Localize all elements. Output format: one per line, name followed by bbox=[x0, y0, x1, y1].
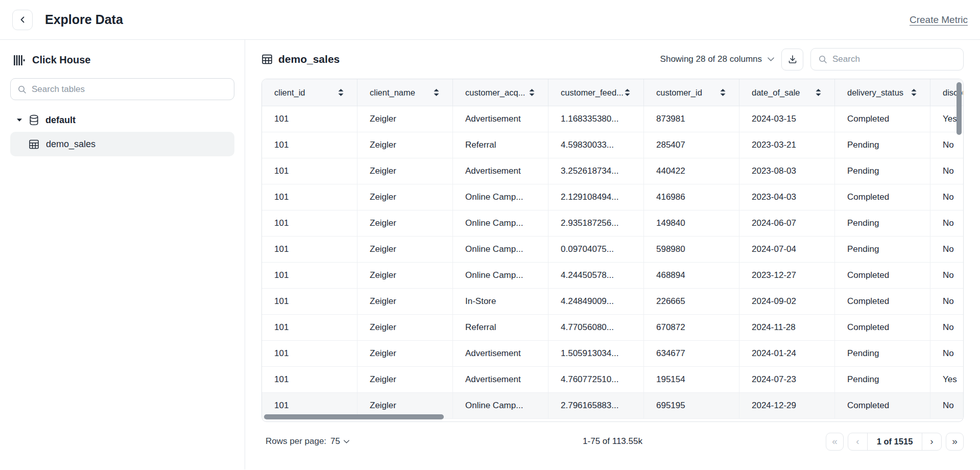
table-row[interactable]: 101ZeiglerOnline Camp...4.24450578...468… bbox=[262, 263, 964, 289]
table-cell: 440422 bbox=[644, 158, 739, 184]
table-cell: 2023-12-27 bbox=[739, 263, 835, 288]
table-cell: Zeigler bbox=[357, 106, 453, 132]
table-cell: 2024-11-28 bbox=[739, 315, 835, 340]
column-header-delivery_status[interactable]: delivery_status bbox=[835, 79, 930, 106]
page-indicator: 1 of 1515 bbox=[867, 433, 922, 450]
table-body: 101ZeiglerAdvertisement1.168335380...873… bbox=[262, 106, 963, 419]
table-cell: 101 bbox=[262, 132, 357, 158]
table-cell: 634677 bbox=[644, 341, 739, 366]
horizontal-scrollbar-thumb[interactable] bbox=[264, 414, 444, 419]
table-search-input[interactable] bbox=[32, 84, 227, 95]
table-cell: 101 bbox=[262, 237, 357, 262]
columns-summary-dropdown[interactable]: Showing 28 of 28 columns bbox=[660, 54, 774, 64]
table-row[interactable]: 101ZeiglerOnline Camp...2.129108494...41… bbox=[262, 184, 964, 210]
sort-icon[interactable] bbox=[338, 89, 344, 96]
create-metric-link[interactable]: Create Metric bbox=[910, 14, 968, 26]
column-header-customer_acq[interactable]: customer_acq... bbox=[453, 79, 548, 106]
table-row[interactable]: 101ZeiglerReferral4.77056080...670872202… bbox=[262, 315, 964, 341]
table-cell: 598980 bbox=[644, 237, 739, 262]
sidebar-item-table-selected[interactable]: demo_sales bbox=[10, 132, 234, 156]
table-cell: Completed bbox=[835, 315, 930, 340]
sort-icon[interactable] bbox=[816, 89, 821, 96]
back-button[interactable] bbox=[12, 10, 33, 30]
table-cell: Zeigler bbox=[357, 367, 453, 392]
table-title: demo_sales bbox=[261, 53, 340, 65]
search-icon bbox=[818, 55, 827, 64]
table-cell: Advertisement bbox=[453, 341, 548, 366]
table-cell: No bbox=[930, 158, 964, 184]
sort-icon[interactable] bbox=[911, 89, 917, 96]
last-page-button[interactable]: » bbox=[946, 433, 964, 451]
page-title: Explore Data bbox=[45, 12, 123, 27]
grid-search-input[interactable] bbox=[832, 54, 956, 64]
rows-per-page-select[interactable]: 75 bbox=[330, 436, 349, 447]
table-row[interactable]: 101ZeiglerOnline Camp...0.09704075...598… bbox=[262, 237, 964, 263]
table-cell: In-Store bbox=[453, 289, 548, 314]
datasource-header: Click House bbox=[10, 54, 234, 66]
chevron-down-icon bbox=[768, 57, 774, 61]
table-cell: 4.59830033... bbox=[548, 132, 644, 158]
prev-page-button[interactable]: ‹ bbox=[848, 433, 867, 450]
table-cell: 2023-04-03 bbox=[739, 184, 835, 210]
caret-down-icon[interactable] bbox=[16, 118, 22, 122]
table-cell: Referral bbox=[453, 315, 548, 340]
table-cell: 873981 bbox=[644, 106, 739, 132]
table-cell: Zeigler bbox=[357, 184, 453, 210]
pagination: « ‹ 1 of 1515 › » bbox=[826, 433, 964, 451]
table-cell: Online Camp... bbox=[453, 393, 548, 418]
sort-icon[interactable] bbox=[434, 89, 439, 96]
column-header-label: delivery_status bbox=[847, 88, 903, 98]
table-cell: Completed bbox=[835, 393, 930, 418]
sidebar-item-database[interactable]: default bbox=[10, 114, 234, 126]
vertical-scrollbar-thumb[interactable] bbox=[957, 82, 962, 135]
column-header-customer_id[interactable]: customer_id bbox=[644, 79, 739, 106]
table-cell: 4.24849009... bbox=[548, 289, 644, 314]
table-header-row: client_idclient_namecustomer_acq...custo… bbox=[262, 79, 964, 106]
rows-per-page: Rows per page: 75 bbox=[261, 436, 349, 447]
table-cell: 2024-07-04 bbox=[739, 237, 835, 262]
table-row[interactable]: 101ZeiglerAdvertisement3.252618734...440… bbox=[262, 158, 964, 184]
table-cell: 4.24450578... bbox=[548, 263, 644, 288]
table-row[interactable]: 101ZeiglerOnline Camp...2.935187256...14… bbox=[262, 210, 964, 237]
table-cell: 101 bbox=[262, 367, 357, 392]
next-page-button[interactable]: › bbox=[922, 433, 941, 450]
table-cell: Zeigler bbox=[357, 289, 453, 314]
first-page-button[interactable]: « bbox=[826, 433, 844, 451]
table-cell: Pending bbox=[835, 210, 930, 236]
table-row[interactable]: 101ZeiglerAdvertisement1.168335380...873… bbox=[262, 106, 964, 132]
table-cell: 101 bbox=[262, 289, 357, 314]
column-header-date_of_sale[interactable]: date_of_sale bbox=[739, 79, 835, 106]
column-header-label: customer_acq... bbox=[465, 88, 525, 98]
sort-icon[interactable] bbox=[529, 89, 535, 96]
table-row[interactable]: 101ZeiglerIn-Store4.24849009...226665202… bbox=[262, 289, 964, 315]
table-search-box[interactable] bbox=[10, 78, 234, 100]
table-cell: Zeigler bbox=[357, 158, 453, 184]
download-button[interactable] bbox=[781, 49, 803, 70]
table-cell: Online Camp... bbox=[453, 263, 548, 288]
column-header-client_id[interactable]: client_id bbox=[262, 79, 357, 106]
table-cell: Zeigler bbox=[357, 315, 453, 340]
table-footer: Rows per page: 75 1-75 of 113.55k « ‹ 1 … bbox=[261, 432, 964, 451]
table-cell: Zeigler bbox=[357, 132, 453, 158]
table-cell: Zeigler bbox=[357, 341, 453, 366]
grid-search-box[interactable] bbox=[810, 48, 964, 70]
column-header-client_name[interactable]: client_name bbox=[357, 79, 453, 106]
database-icon bbox=[29, 114, 39, 126]
table-cell: Completed bbox=[835, 184, 930, 210]
sidebar: Click House default demo_sales bbox=[0, 40, 245, 469]
table-cell: 3.252618734... bbox=[548, 158, 644, 184]
table-cell: Online Camp... bbox=[453, 210, 548, 236]
sort-icon[interactable] bbox=[720, 89, 726, 96]
column-header-label: date_of_sale bbox=[752, 88, 800, 98]
table-cell: No bbox=[930, 341, 964, 366]
table-cell: Advertisement bbox=[453, 367, 548, 392]
table-row[interactable]: 101ZeiglerAdvertisement1.505913034...634… bbox=[262, 341, 964, 367]
table-cell: 101 bbox=[262, 210, 357, 236]
table-cell: 2024-06-07 bbox=[739, 210, 835, 236]
table-cell: 101 bbox=[262, 263, 357, 288]
table-cell: Pending bbox=[835, 341, 930, 366]
sort-icon[interactable] bbox=[625, 89, 630, 96]
table-row[interactable]: 101ZeiglerReferral4.59830033...285407202… bbox=[262, 132, 964, 158]
table-row[interactable]: 101ZeiglerAdvertisement4.760772510...195… bbox=[262, 367, 964, 393]
column-header-customer_feed[interactable]: customer_feed... bbox=[548, 79, 644, 106]
